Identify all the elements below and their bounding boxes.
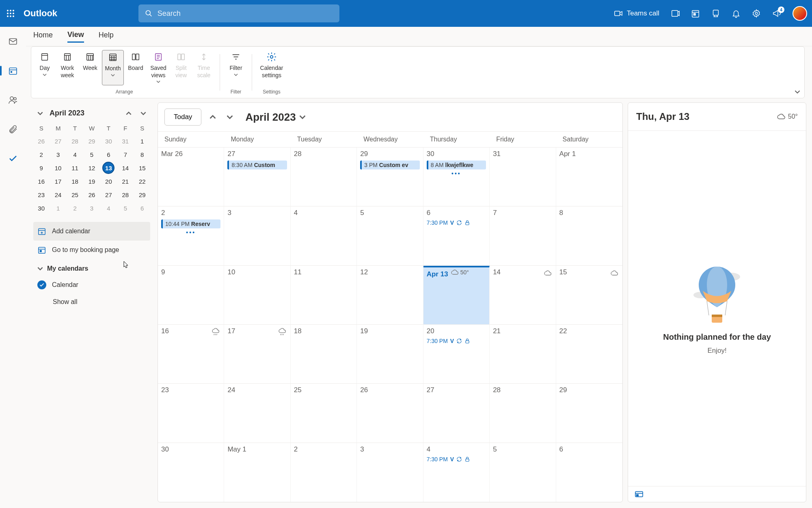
ribbon-arrange-saved-views[interactable]: Saved views	[147, 50, 169, 85]
mini-cal-day[interactable]: 6	[101, 148, 117, 161]
month-cell[interactable]: 26	[357, 384, 423, 442]
month-cell[interactable]: 3	[224, 206, 290, 265]
month-cell[interactable]: 19	[357, 325, 423, 383]
calendar-checkbox[interactable]	[37, 280, 46, 289]
mini-cal-day[interactable]: 12	[84, 162, 99, 174]
event-chip[interactable]: 8 AM lkwjeflkwe	[427, 161, 486, 169]
month-cell[interactable]: 25	[291, 384, 357, 442]
booking-page-link[interactable]: Go to my booking page	[33, 241, 150, 259]
month-cell[interactable]: Mar 26	[158, 148, 224, 206]
mini-cal-day[interactable]: 27	[50, 135, 66, 148]
mini-cal-day[interactable]: 3	[84, 202, 99, 215]
mini-cal-day[interactable]: 4	[67, 148, 83, 161]
month-cell[interactable]: 31	[490, 148, 556, 206]
month-cell[interactable]: 67:30 PM V	[423, 206, 490, 265]
month-cell[interactable]: 28	[490, 384, 556, 442]
calendar-list-item[interactable]: Calendar	[33, 276, 150, 293]
month-cell[interactable]: 6	[556, 443, 622, 502]
tips-button[interactable]	[711, 9, 720, 18]
month-cell[interactable]: 21	[490, 325, 556, 383]
mini-cal-day[interactable]: 9	[33, 162, 49, 174]
mini-cal-day[interactable]: 1	[134, 135, 150, 148]
month-cell[interactable]: 15	[556, 266, 622, 324]
mini-cal-day[interactable]: 2	[67, 202, 83, 215]
mini-cal-day[interactable]: 7	[117, 148, 133, 161]
month-cell[interactable]: 4	[291, 206, 357, 265]
mini-cal-day[interactable]: 26	[33, 135, 49, 148]
tab-view[interactable]: View	[67, 30, 84, 43]
month-cell[interactable]: 23	[158, 384, 224, 442]
mini-cal-day[interactable]: 25	[67, 189, 83, 201]
month-cell[interactable]: 30	[158, 443, 224, 502]
mini-cal-day[interactable]: 1	[50, 202, 66, 215]
mini-cal-day[interactable]: 21	[117, 175, 133, 188]
ribbon-settings-button[interactable]: Calendar settings	[257, 50, 286, 80]
rail-people[interactable]	[5, 92, 21, 108]
event-chip[interactable]: 8:30 AM Custom	[227, 161, 287, 169]
mini-cal-day[interactable]: 30	[33, 202, 49, 215]
month-cell[interactable]: 22	[556, 325, 622, 383]
show-all-link[interactable]: Show all	[33, 293, 150, 310]
prev-month-button[interactable]	[207, 111, 218, 123]
mini-cal-day[interactable]: 14	[117, 162, 133, 174]
meet-now-button[interactable]	[671, 9, 680, 18]
mini-cal-collapse[interactable]	[35, 110, 45, 117]
mini-cal-day[interactable]: 10	[50, 162, 66, 174]
month-cell[interactable]: 24	[224, 384, 290, 442]
mini-cal-day[interactable]: 30	[101, 135, 117, 148]
month-cell[interactable]: 210:44 PM Reserv•••	[158, 206, 224, 265]
mini-cal-day[interactable]: 31	[117, 135, 133, 148]
search-box[interactable]	[138, 4, 339, 22]
mini-cal-day[interactable]: 24	[50, 189, 66, 201]
mini-cal-day[interactable]: 17	[50, 175, 66, 188]
mini-cal-day[interactable]: 23	[33, 189, 49, 201]
mini-cal-day[interactable]: 29	[84, 135, 99, 148]
mini-cal-day[interactable]: 3	[50, 148, 66, 161]
mini-cal-day[interactable]: 29	[134, 189, 150, 201]
add-calendar-link[interactable]: Add calendar	[33, 222, 150, 241]
rail-todo[interactable]	[5, 150, 21, 167]
event-chip[interactable]: 10:44 PM Reserv	[161, 219, 220, 228]
mini-cal-day[interactable]: 28	[117, 189, 133, 201]
my-day-button[interactable]	[691, 9, 700, 18]
month-cell[interactable]: 207:30 PM V	[423, 325, 490, 383]
mini-cal-day[interactable]: 2	[33, 148, 49, 161]
avatar[interactable]	[793, 6, 807, 21]
ribbon-arrange-week[interactable]: Week	[79, 50, 101, 85]
month-cell[interactable]: 5	[357, 206, 423, 265]
more-events[interactable]: •••	[427, 170, 486, 177]
mini-cal-day[interactable]: 5	[84, 148, 99, 161]
month-cell[interactable]: 27	[423, 384, 490, 442]
event-chip[interactable]: 3 PM Custom ev	[360, 161, 419, 169]
ribbon-arrange-day[interactable]: Day	[34, 50, 56, 85]
calendar-title[interactable]: April 2023	[245, 111, 305, 124]
expand-agenda-button[interactable]	[635, 491, 644, 498]
month-cell[interactable]: 7	[490, 206, 556, 265]
mini-cal-day[interactable]: 15	[134, 162, 150, 174]
mini-cal-day[interactable]: 16	[33, 175, 49, 188]
mini-cal-day[interactable]: 5	[117, 202, 133, 215]
month-cell[interactable]: 10	[224, 266, 290, 324]
ribbon-collapse[interactable]	[795, 89, 800, 95]
month-cell[interactable]: 11	[291, 266, 357, 324]
tab-home[interactable]: Home	[33, 31, 53, 42]
search-input[interactable]	[158, 9, 333, 18]
ribbon-arrange-board[interactable]: Board	[125, 50, 147, 85]
month-cell[interactable]: 5	[490, 443, 556, 502]
event-item[interactable]: 7:30 PM V	[427, 338, 486, 344]
rail-mail[interactable]	[5, 33, 21, 50]
month-cell[interactable]: 28	[291, 148, 357, 206]
mini-cal-day[interactable]: 20	[101, 175, 117, 188]
settings-button[interactable]	[752, 9, 761, 18]
month-cell[interactable]: 14	[490, 266, 556, 324]
mini-cal-day[interactable]: 8	[134, 148, 150, 161]
mini-cal-day[interactable]: 19	[84, 175, 99, 188]
mini-cal-day[interactable]: 28	[67, 135, 83, 148]
month-cell[interactable]: 18	[291, 325, 357, 383]
today-button[interactable]: Today	[164, 109, 201, 126]
whats-new-button[interactable]: 4	[772, 9, 781, 18]
event-item[interactable]: 7:30 PM V	[427, 456, 486, 462]
notifications-button[interactable]	[732, 9, 741, 18]
mini-cal-day[interactable]: 22	[134, 175, 150, 188]
ribbon-arrange-work-week[interactable]: Work week	[56, 50, 78, 85]
